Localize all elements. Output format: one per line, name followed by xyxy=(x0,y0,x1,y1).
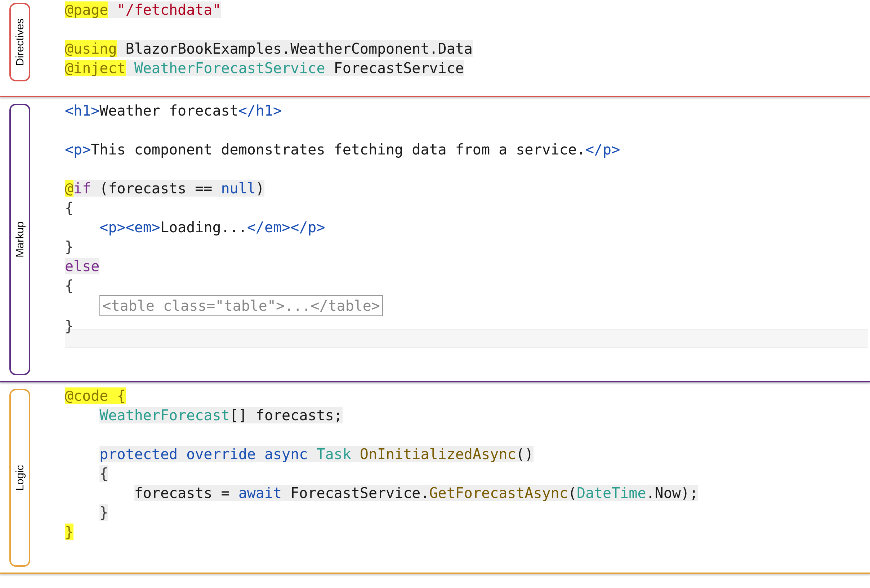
markup-bracket: Markup xyxy=(0,101,40,378)
divider-orange xyxy=(0,573,870,574)
directives-section: Directives @page "/fetchdata" @using Bla… xyxy=(0,0,870,93)
directives-bracket: Directives xyxy=(0,0,40,93)
logic-code: @code { WeatherForecast[] forecasts; pro… xyxy=(40,386,870,570)
directives-label: Directives xyxy=(14,18,26,66)
folded-table: <table class="table">...</table> xyxy=(100,295,383,316)
divider-purple xyxy=(0,381,870,383)
directives-code: @page "/fetchdata" @using BlazorBookExam… xyxy=(40,0,870,93)
markup-code: <h1>Weather forecast</h1> <p>This compon… xyxy=(40,101,870,378)
razor-anatomy-diagram: Directives @page "/fetchdata" @using Bla… xyxy=(0,0,870,588)
markup-section: Markup <h1>Weather forecast</h1> <p>This… xyxy=(0,101,870,378)
logic-section: Logic @code { WeatherForecast[] forecast… xyxy=(0,386,870,570)
markup-label: Markup xyxy=(14,222,26,258)
divider-red xyxy=(0,96,870,97)
logic-label: Logic xyxy=(14,465,26,491)
logic-bracket: Logic xyxy=(0,386,40,570)
